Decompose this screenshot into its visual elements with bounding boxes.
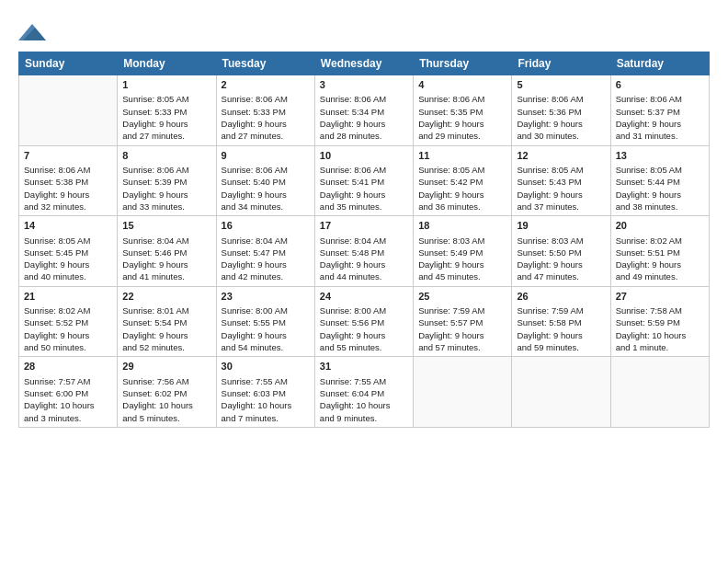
- day-info: Sunrise: 8:02 AM: [24, 304, 112, 316]
- calendar-cell: 30Sunrise: 7:55 AMSunset: 6:03 PMDayligh…: [216, 357, 314, 428]
- weekday-header: Sunday: [19, 52, 118, 75]
- day-number: 30: [222, 360, 310, 373]
- day-info: Sunrise: 7:55 AM: [222, 375, 310, 387]
- day-info: Sunrise: 8:00 AM: [320, 304, 408, 316]
- calendar-week-row: 14Sunrise: 8:05 AMSunset: 5:45 PMDayligh…: [19, 216, 710, 287]
- weekday-header: Saturday: [610, 52, 709, 75]
- day-number: 10: [320, 149, 408, 163]
- day-info: Daylight: 9 hours: [418, 329, 506, 341]
- day-info: Sunset: 5:50 PM: [517, 247, 605, 259]
- calendar-cell: 17Sunrise: 8:04 AMSunset: 5:48 PMDayligh…: [314, 216, 413, 287]
- day-info: Sunset: 5:34 PM: [320, 106, 408, 118]
- day-info: Daylight: 9 hours: [517, 259, 605, 270]
- day-info: Sunrise: 7:58 AM: [616, 304, 704, 316]
- day-info: Sunset: 5:41 PM: [320, 176, 408, 188]
- calendar-cell: 10Sunrise: 8:06 AMSunset: 5:41 PMDayligh…: [314, 145, 413, 216]
- day-info: Daylight: 9 hours: [24, 329, 112, 341]
- day-info: and 41 minutes.: [122, 270, 210, 282]
- day-info: and 9 minutes.: [320, 412, 408, 424]
- day-info: Sunset: 5:52 PM: [24, 316, 112, 328]
- calendar-cell: 3Sunrise: 8:06 AMSunset: 5:34 PMDaylight…: [314, 75, 413, 146]
- day-number: 16: [222, 219, 310, 233]
- day-info: Sunset: 5:55 PM: [222, 316, 310, 328]
- calendar-cell: 15Sunrise: 8:04 AMSunset: 5:46 PMDayligh…: [118, 216, 216, 287]
- day-info: Sunset: 5:42 PM: [418, 176, 506, 188]
- day-number: 8: [122, 149, 210, 163]
- calendar-cell: 13Sunrise: 8:05 AMSunset: 5:44 PMDayligh…: [610, 145, 709, 216]
- day-info: and 35 minutes.: [320, 201, 408, 213]
- day-info: Sunrise: 8:05 AM: [616, 164, 704, 176]
- day-number: 12: [517, 149, 605, 163]
- calendar-body: 1Sunrise: 8:05 AMSunset: 5:33 PMDaylight…: [19, 75, 710, 428]
- weekday-header: Wednesday: [314, 52, 413, 75]
- calendar-cell: 14Sunrise: 8:05 AMSunset: 5:45 PMDayligh…: [19, 216, 118, 287]
- day-info: and 7 minutes.: [222, 412, 310, 424]
- day-number: 29: [122, 360, 210, 373]
- day-info: and 3 minutes.: [24, 412, 112, 424]
- day-info: Daylight: 10 hours: [320, 399, 408, 411]
- day-info: Sunset: 5:36 PM: [517, 106, 605, 118]
- day-number: 7: [24, 149, 112, 163]
- day-info: Sunrise: 8:06 AM: [122, 164, 210, 176]
- day-info: and 52 minutes.: [122, 341, 210, 353]
- day-number: 5: [517, 78, 605, 92]
- day-info: Sunrise: 7:59 AM: [418, 304, 506, 316]
- day-info: and 1 minute.: [616, 341, 704, 353]
- day-info: and 50 minutes.: [24, 341, 112, 353]
- calendar-cell: 12Sunrise: 8:05 AMSunset: 5:43 PMDayligh…: [512, 145, 610, 216]
- day-info: and 47 minutes.: [517, 270, 605, 282]
- day-info: Sunset: 5:37 PM: [616, 106, 704, 118]
- day-number: 21: [24, 290, 112, 304]
- day-info: Daylight: 9 hours: [320, 329, 408, 341]
- day-number: 23: [222, 290, 310, 304]
- calendar-cell: 22Sunrise: 8:01 AMSunset: 5:54 PMDayligh…: [118, 286, 216, 357]
- day-number: 15: [122, 219, 210, 233]
- calendar-cell: 18Sunrise: 8:03 AMSunset: 5:49 PMDayligh…: [414, 216, 512, 287]
- day-number: 11: [418, 149, 506, 163]
- day-info: Daylight: 9 hours: [616, 189, 704, 201]
- day-info: Sunset: 6:04 PM: [320, 387, 408, 399]
- day-info: Daylight: 9 hours: [24, 189, 112, 201]
- day-info: Sunset: 6:00 PM: [24, 387, 112, 399]
- day-info: Sunset: 5:56 PM: [320, 316, 408, 328]
- day-info: Sunset: 5:33 PM: [222, 106, 310, 118]
- calendar-cell: 23Sunrise: 8:00 AMSunset: 5:55 PMDayligh…: [216, 286, 314, 357]
- day-number: 25: [418, 290, 506, 304]
- day-info: Sunset: 5:57 PM: [418, 316, 506, 328]
- day-info: and 28 minutes.: [320, 130, 408, 142]
- day-info: and 5 minutes.: [122, 412, 210, 424]
- day-info: and 30 minutes.: [517, 130, 605, 142]
- day-number: 4: [418, 78, 506, 92]
- weekday-header: Tuesday: [216, 52, 314, 75]
- day-info: Daylight: 9 hours: [418, 118, 506, 130]
- day-info: Daylight: 9 hours: [320, 259, 408, 270]
- calendar-cell: 27Sunrise: 7:58 AMSunset: 5:59 PMDayligh…: [610, 286, 709, 357]
- day-info: and 32 minutes.: [24, 201, 112, 213]
- day-info: Sunset: 5:38 PM: [24, 176, 112, 188]
- day-info: Daylight: 9 hours: [122, 329, 210, 341]
- day-info: Sunrise: 8:06 AM: [320, 164, 408, 176]
- day-info: Daylight: 9 hours: [616, 118, 704, 130]
- header: [18, 18, 710, 44]
- day-number: 17: [320, 219, 408, 233]
- calendar-cell: 26Sunrise: 7:59 AMSunset: 5:58 PMDayligh…: [512, 286, 610, 357]
- day-info: Daylight: 10 hours: [222, 399, 310, 411]
- day-info: Sunset: 5:44 PM: [616, 176, 704, 188]
- day-info: Daylight: 9 hours: [517, 118, 605, 130]
- calendar-cell: 25Sunrise: 7:59 AMSunset: 5:57 PMDayligh…: [414, 286, 512, 357]
- day-info: Sunset: 5:49 PM: [418, 247, 506, 259]
- day-info: Sunset: 5:48 PM: [320, 247, 408, 259]
- calendar-cell: [512, 357, 610, 428]
- day-info: Sunrise: 8:02 AM: [616, 235, 704, 247]
- logo: [18, 22, 48, 44]
- day-info: Daylight: 9 hours: [418, 259, 506, 270]
- day-info: and 40 minutes.: [24, 270, 112, 282]
- day-info: and 31 minutes.: [616, 130, 704, 142]
- calendar-week-row: 28Sunrise: 7:57 AMSunset: 6:00 PMDayligh…: [19, 357, 710, 428]
- day-info: Sunrise: 8:06 AM: [222, 93, 310, 105]
- day-info: Sunrise: 8:05 AM: [418, 164, 506, 176]
- day-info: Sunset: 5:54 PM: [122, 316, 210, 328]
- day-info: Daylight: 9 hours: [616, 259, 704, 270]
- calendar-week-row: 21Sunrise: 8:02 AMSunset: 5:52 PMDayligh…: [19, 286, 710, 357]
- day-info: Sunset: 5:46 PM: [122, 247, 210, 259]
